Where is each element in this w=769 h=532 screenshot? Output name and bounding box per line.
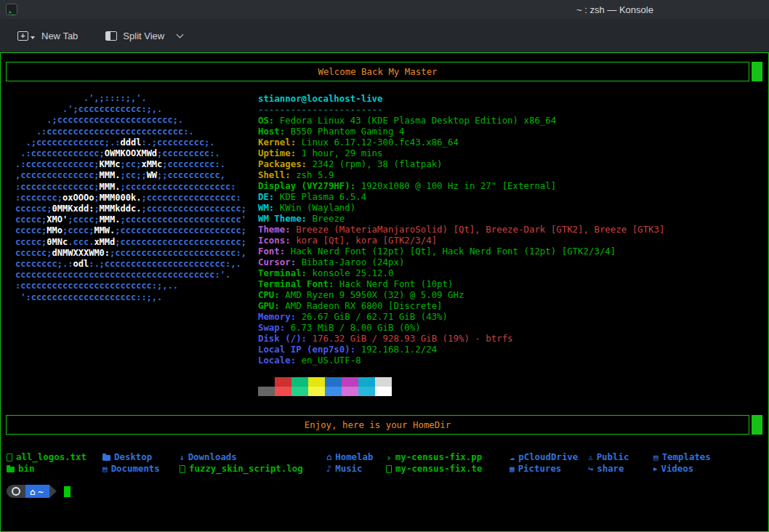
listing-item: Templates [653, 451, 768, 463]
info-line: Host: B550 Phantom Gaming 4 [258, 126, 665, 137]
info-line: Locale: en_US.UTF-8 [258, 355, 665, 366]
konsole-window: ~ : zsh — Konsole New Tab Split View Wel… [0, 0, 769, 532]
file-name: Templates [662, 451, 711, 463]
download-icon [180, 454, 185, 462]
split-view-label: Split View [123, 31, 164, 41]
home-icon [326, 453, 331, 462]
color-swatch [291, 387, 308, 396]
color-swatch [291, 377, 308, 387]
person-icon [588, 454, 593, 462]
banner-end-block [752, 62, 762, 81]
info-line: Disk (/): 176.32 GiB / 928.93 GiB (19%) … [258, 333, 665, 344]
homedir-banner-row: Enjoy, here is your HomeDir [6, 415, 762, 435]
listing-item: Pictures [510, 463, 588, 475]
color-swatch [342, 387, 358, 396]
info-line: Icons: kora [Qt], kora [GTK2/3/4] [258, 235, 665, 246]
home-icon [30, 486, 35, 497]
file-name: Homelab [335, 451, 373, 463]
folder-icon [7, 467, 15, 472]
shell-prompt: ~ [7, 485, 768, 498]
welcome-banner-row: Welcome Back My Master [6, 62, 762, 81]
file-name: Downloads [188, 451, 237, 463]
color-swatch [358, 387, 375, 396]
info-line: ----------------------- [258, 104, 665, 115]
file-icon [180, 465, 185, 473]
file-name: pCloudDrive [518, 451, 578, 463]
cloud-icon [510, 453, 515, 462]
listing-item: my-census-fix.te [386, 463, 510, 475]
file-icon [386, 465, 392, 473]
info-line: Font: Hack Nerd Font (12pt) [Qt], Hack N… [258, 246, 665, 257]
fastfetch-output: .',;::::;,'. .';cccccccccccc:;,. .;ccccc… [15, 93, 768, 396]
color-swatch [325, 387, 342, 396]
split-view-icon [105, 31, 117, 41]
banner-text: Welcome Back My Master [318, 66, 437, 77]
powerline-arrow-icon [49, 485, 57, 498]
info-line: Kernel: Linux 6.17.12-300.fc43.x86_64 [258, 137, 665, 148]
listing-item: bin [7, 463, 102, 475]
color-palette [258, 377, 665, 396]
listing-item: Homelab [326, 451, 386, 463]
listing-item: Music [326, 463, 386, 475]
home-listing: all_logos.txtDesktopDownloadsHomelabmy-c… [7, 451, 768, 475]
prompt-path: ~ [38, 486, 43, 497]
fastfetch-info-column: stiannor@localhost-live-----------------… [258, 93, 665, 396]
info-line: Local IP (enp7s0): 192.168.1.2/24 [258, 344, 665, 355]
info-line: DE: KDE Plasma 6.5.4 [258, 191, 665, 202]
banner-text: Enjoy, here is your HomeDir [305, 419, 451, 430]
document-icon [102, 465, 108, 473]
new-tab-button[interactable]: New Tab [13, 28, 82, 44]
toolbar: New Tab Split View [0, 19, 769, 52]
folder-icon [102, 455, 110, 461]
terminal-view[interactable]: Welcome Back My Master .',;::::;,'. .';c… [0, 52, 769, 532]
listing-item: all_logos.txt [7, 451, 102, 463]
split-view-button[interactable]: Split View [101, 28, 187, 44]
palette-row [258, 387, 665, 396]
listing-item: fuzzy_skin_script.log [180, 463, 326, 475]
listing-item: Downloads [180, 451, 326, 463]
listing-item: pCloudDrive [510, 451, 588, 463]
homedir-banner: Enjoy, here is your HomeDir [6, 415, 749, 435]
file-name: Videos [661, 463, 693, 475]
info-line: GPU: AMD Radeon RX 6800 [Discrete] [258, 300, 665, 311]
prompt-distro-segment [7, 485, 25, 498]
file-icon [7, 454, 12, 462]
info-line: Uptime: 1 hour, 29 mins [258, 148, 665, 158]
listing-item: Desktop [102, 451, 180, 463]
konsole-window-icon[interactable] [6, 4, 17, 15]
listing-item: Documents [102, 463, 180, 475]
color-swatch [258, 387, 275, 396]
chevron-icon [386, 453, 392, 462]
info-line: Packages: 2342 (rpm), 38 (flatpak) [258, 158, 665, 169]
music-icon [326, 464, 331, 473]
listing-item: Videos [653, 463, 768, 475]
titlebar[interactable]: ~ : zsh — Konsole [0, 0, 769, 19]
info-line: stiannor@localhost-live [258, 93, 665, 104]
info-line: OS: Fedora Linux 43 (KDE Plasma Desktop … [258, 115, 665, 126]
banner-end-block [752, 415, 762, 435]
info-line: Theme: Breeze (MateriaManjaroSolid) [Qt]… [258, 224, 665, 235]
listing-item: share [588, 463, 653, 475]
new-tab-icon [17, 31, 28, 41]
info-line: Display (VY279HF): 1920x1080 @ 100 Hz in… [258, 180, 665, 191]
color-swatch [325, 377, 342, 387]
color-swatch [308, 377, 325, 387]
color-swatch [375, 387, 392, 396]
color-swatch [258, 377, 275, 387]
info-line: WM Theme: Breeze [258, 213, 665, 224]
share-icon [588, 464, 593, 473]
file-name: bin [18, 463, 34, 475]
system-info: stiannor@localhost-live-----------------… [258, 93, 665, 366]
info-line: Cursor: Bibata-Jaroo (24px) [258, 257, 665, 267]
listing-item: my-census-fix.pp [386, 451, 510, 463]
new-tab-label: New Tab [41, 31, 78, 41]
document-icon [653, 454, 659, 462]
fedora-ascii-logo: .',;::::;,'. .';cccccccccccc:;,. .;ccccc… [15, 93, 246, 396]
color-swatch [342, 377, 358, 387]
color-swatch [275, 377, 291, 387]
info-line: CPU: AMD Ryzen 9 5950X (32) @ 5.09 GHz [258, 289, 665, 300]
color-swatch [275, 387, 291, 396]
terminal-glyph-icon [9, 3, 15, 17]
info-line: Terminal: konsole 25.12.0 [258, 267, 665, 278]
file-name: my-census-fix.pp [395, 451, 482, 463]
